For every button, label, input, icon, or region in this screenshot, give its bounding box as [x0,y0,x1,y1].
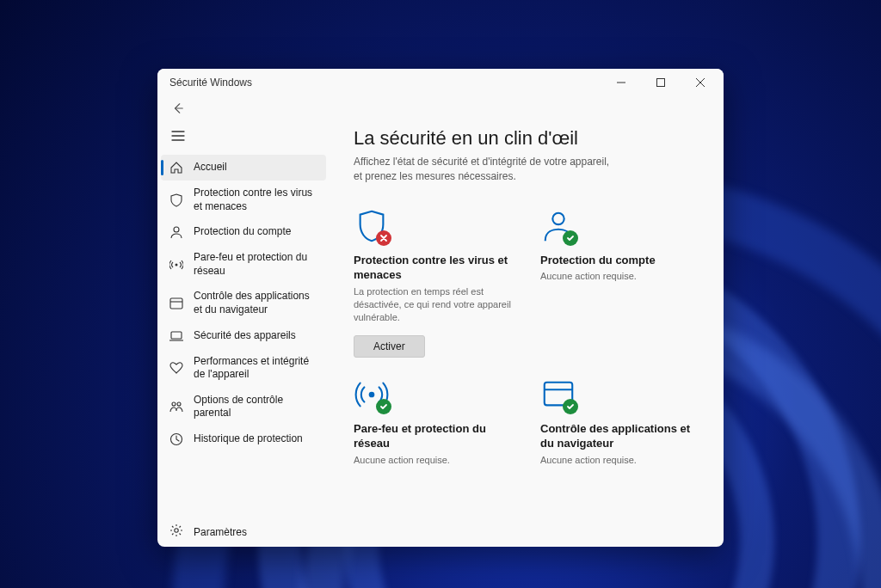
sidebar-item-device[interactable]: Sécurité des appareils [157,323,330,349]
sidebar-item-history[interactable]: Historique de protection [157,426,330,452]
sidebar-item-label: Pare-feu et protection du réseau [194,251,317,278]
sidebar-item-home[interactable]: Accueil [161,155,326,181]
page-subtitle: Affichez l'état de sécurité et d'intégri… [354,155,612,184]
antenna-icon [354,377,390,413]
minimize-button[interactable] [601,69,641,96]
svg-point-6 [177,402,181,406]
sidebar-item-label: Protection du compte [194,225,291,239]
back-button[interactable] [169,100,187,117]
status-error-icon [376,230,391,246]
sidebar-item-performance[interactable]: Performances et intégrité de l'appareil [157,349,330,388]
sidebar-item-family[interactable]: Options de contrôle parental [157,388,330,426]
sidebar-item-virus[interactable]: Protection contre les virus et menaces [157,181,330,219]
sidebar-item-label: Protection contre les virus et menaces [194,187,317,213]
home-icon [169,161,183,175]
svg-point-5 [172,402,176,406]
sidebar-item-settings[interactable]: Paramètres [157,517,330,547]
card-title: Protection du compte [540,253,699,268]
sidebar-item-label: Paramètres [194,526,247,538]
titlebar: Sécurité Windows [157,69,724,96]
shield-icon [354,208,390,244]
sidebar-item-label: Historique de protection [194,432,303,446]
activate-button[interactable]: Activer [354,335,425,358]
person-icon [169,225,183,239]
sidebar-item-account[interactable]: Protection du compte [157,219,330,245]
sidebar-item-label: Accueil [194,161,227,175]
shield-icon [169,193,183,207]
close-button[interactable] [681,69,720,96]
sidebar-item-label: Sécurité des appareils [194,329,296,343]
card-desc: Aucune action requise. [354,454,513,467]
card-firewall[interactable]: Pare-feu et protection du réseau Aucune … [354,377,513,467]
page-title: La sécurité en un clin d'œil [354,127,699,150]
card-account-protection[interactable]: Protection du compte Aucune action requi… [540,208,699,358]
app-window: Sécurité Windows Accue [157,69,724,547]
svg-rect-3 [170,298,182,309]
card-app-control[interactable]: Contrôle des applications et du navigate… [540,377,699,467]
gear-icon [169,524,183,540]
window-title: Sécurité Windows [169,77,252,89]
sidebar: Accueil Protection contre les virus et m… [157,120,330,547]
heart-icon [169,361,183,375]
maximize-button[interactable] [641,69,681,96]
card-desc: Aucune action requise. [540,454,699,467]
svg-rect-0 [657,79,665,87]
card-desc: Aucune action requise. [540,270,699,283]
svg-point-10 [369,392,375,398]
browser-icon [169,297,183,310]
card-desc: La protection en temps réel est désactiv… [354,285,513,325]
sidebar-item-label: Options de contrôle parental [194,394,317,420]
status-ok-icon [563,399,578,414]
hamburger-button[interactable] [157,124,330,155]
sidebar-item-firewall[interactable]: Pare-feu et protection du réseau [157,245,330,284]
sidebar-item-label: Contrôle des applications et du navigate… [194,290,317,316]
status-ok-icon [563,230,578,246]
card-title: Contrôle des applications et du navigate… [540,421,699,451]
antenna-icon [169,258,183,272]
main-content: La sécurité en un clin d'œil Affichez l'… [330,120,724,547]
sidebar-item-appcontrol[interactable]: Contrôle des applications et du navigate… [157,284,330,322]
svg-point-2 [176,263,178,266]
history-icon [169,432,183,446]
svg-rect-4 [171,332,182,339]
family-icon [169,400,183,413]
status-ok-icon [376,399,391,414]
person-icon [540,208,576,244]
sidebar-item-label: Performances et intégrité de l'appareil [194,355,317,382]
laptop-icon [169,329,183,343]
card-title: Pare-feu et protection du réseau [354,421,513,451]
svg-point-8 [175,529,178,532]
card-virus-protection[interactable]: Protection contre les virus et menaces L… [354,208,513,358]
svg-point-1 [174,227,179,232]
svg-point-9 [552,212,564,224]
browser-icon [540,377,576,413]
card-title: Protection contre les virus et menaces [354,253,513,283]
